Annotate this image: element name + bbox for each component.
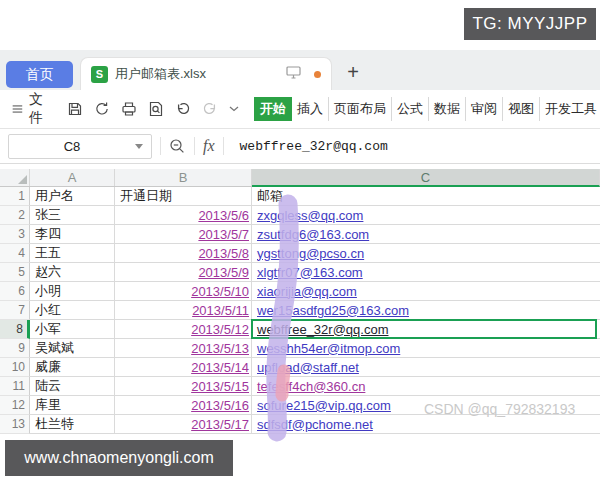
row-number[interactable]: 10: [0, 358, 30, 377]
csdn-watermark: CSDN @qq_792832193: [424, 401, 575, 417]
cell-b10[interactable]: 2013/5/14: [115, 358, 252, 377]
cell-a3[interactable]: 李四: [30, 225, 115, 244]
undo-icon[interactable]: [174, 100, 192, 118]
cell-a13[interactable]: 杜兰特: [30, 415, 115, 434]
divider: [194, 137, 195, 155]
name-box-caret-icon: [135, 144, 143, 149]
row-number[interactable]: 5: [0, 263, 30, 282]
cell-a5[interactable]: 赵六: [30, 263, 115, 282]
toolbar: 文件 开始 插: [0, 90, 600, 129]
fx-icon[interactable]: fx: [203, 137, 215, 155]
cell-c4[interactable]: ygsttong@pcso.cn: [252, 244, 600, 263]
cell-c2[interactable]: zxgqless@qq.com: [252, 206, 600, 225]
quick-access-icons: [66, 100, 240, 118]
row-number[interactable]: 3: [0, 225, 30, 244]
spreadsheet-app-icon: S: [91, 66, 108, 83]
zoom-out-icon[interactable]: [169, 138, 186, 155]
print-preview-icon[interactable]: [147, 100, 165, 118]
cell-b8[interactable]: 2013/5/12: [115, 320, 252, 339]
table-row: 1 用户名 开通日期 邮箱: [0, 187, 600, 206]
cell-a4[interactable]: 王五: [30, 244, 115, 263]
cell-c10[interactable]: upfload@staff.net: [252, 358, 600, 377]
row-number[interactable]: 6: [0, 282, 30, 301]
row-number[interactable]: 13: [0, 415, 30, 434]
cell-c6[interactable]: xiaorijia@qq.com: [252, 282, 600, 301]
wps-spreadsheet-window: 首页 S 用户邮箱表.xlsx + 文件: [0, 50, 600, 445]
cell-b6[interactable]: 2013/5/10: [115, 282, 252, 301]
cell-b4[interactable]: 2013/5/8: [115, 244, 252, 263]
table-row: 10 威廉 2013/5/14 upfload@staff.net: [0, 358, 600, 377]
cell-b5[interactable]: 2013/5/9: [115, 263, 252, 282]
ribbon-tab-dev-tools[interactable]: 开发工具: [539, 97, 600, 121]
select-all-corner[interactable]: [0, 169, 30, 186]
cell-b7[interactable]: 2013/5/11: [115, 301, 252, 320]
cell-a2[interactable]: 张三: [30, 206, 115, 225]
ribbon-tab-page-layout[interactable]: 页面布局: [328, 97, 391, 121]
cell-a1[interactable]: 用户名: [30, 187, 115, 206]
cell-a10[interactable]: 威廉: [30, 358, 115, 377]
cell-a7[interactable]: 小红: [30, 301, 115, 320]
save-icon[interactable]: [66, 100, 84, 118]
table-row: 6 小明 2013/5/10 xiaorijia@qq.com: [0, 282, 600, 301]
ribbon-tab-review[interactable]: 审阅: [465, 97, 502, 121]
row-number[interactable]: 12: [0, 396, 30, 415]
ribbon-tab-insert[interactable]: 插入: [292, 97, 328, 121]
row-number-selected[interactable]: 8: [0, 320, 30, 339]
monitor-icon[interactable]: [286, 65, 301, 83]
data-rows: 1 用户名 开通日期 邮箱 2 张三 2013/5/6 zxgqless@qq.…: [0, 187, 600, 434]
cell-c3[interactable]: zsutfdg6@163.com: [252, 225, 600, 244]
column-headers: A B C: [0, 169, 600, 187]
divider: [223, 137, 224, 155]
ribbon-tab-formulas[interactable]: 公式: [391, 97, 428, 121]
cell-a12[interactable]: 库里: [30, 396, 115, 415]
row-number[interactable]: 4: [0, 244, 30, 263]
row-number[interactable]: 11: [0, 377, 30, 396]
chevron-down-icon[interactable]: [228, 105, 240, 113]
document-title: 用户邮箱表.xlsx: [115, 65, 279, 83]
column-header-c-selected[interactable]: C: [252, 169, 600, 187]
cell-b12[interactable]: 2013/5/16: [115, 396, 252, 415]
document-tab[interactable]: S 用户邮箱表.xlsx: [80, 57, 332, 90]
cell-name-box[interactable]: C8: [8, 134, 152, 159]
cell-c11[interactable]: tefesff4ch@360.cn: [252, 377, 600, 396]
cell-c7[interactable]: wer15asdfgd25@163.com: [252, 301, 600, 320]
formula-input[interactable]: webffree_32r@qq.com: [240, 139, 388, 154]
row-number[interactable]: 9: [0, 339, 30, 358]
cell-b3[interactable]: 2013/5/7: [115, 225, 252, 244]
column-header-a[interactable]: A: [30, 169, 115, 186]
active-cell-reference: C8: [9, 139, 135, 154]
cell-b9[interactable]: 2013/5/13: [115, 339, 252, 358]
ribbon-tab-data[interactable]: 数据: [428, 97, 465, 121]
cell-a9[interactable]: 吴斌斌: [30, 339, 115, 358]
table-row: 13 杜兰特 2013/5/17 sdfsdf@pchome.net: [0, 415, 600, 434]
ribbon-tab-view[interactable]: 视图: [502, 97, 539, 121]
cell-a6[interactable]: 小明: [30, 282, 115, 301]
file-menu[interactable]: 文件: [12, 91, 48, 127]
redo-icon[interactable]: [201, 100, 219, 118]
ribbon-tab-home[interactable]: 开始: [254, 97, 292, 121]
cell-b1[interactable]: 开通日期: [115, 187, 252, 206]
export-icon[interactable]: [93, 100, 111, 118]
cell-b11[interactable]: 2013/5/15: [115, 377, 252, 396]
cell-c8-active[interactable]: webffree_32r@qq.com: [252, 320, 600, 339]
table-row-selected: 8 小军 2013/5/12 webffree_32r@qq.com: [0, 320, 600, 339]
cell-b13[interactable]: 2013/5/17: [115, 415, 252, 434]
table-row: 4 王五 2013/5/8 ygsttong@pcso.cn: [0, 244, 600, 263]
tab-bar: 首页 S 用户邮箱表.xlsx +: [0, 50, 600, 90]
cell-c9[interactable]: wesshh54er@itmop.com: [252, 339, 600, 358]
cell-c1[interactable]: 邮箱: [252, 187, 600, 206]
row-number[interactable]: 1: [0, 187, 30, 206]
corner-triangle-icon: [18, 175, 27, 184]
cell-b2[interactable]: 2013/5/6: [115, 206, 252, 225]
home-tab[interactable]: 首页: [6, 61, 73, 88]
print-icon[interactable]: [120, 100, 138, 118]
cell-c5[interactable]: xlgtfr07@163.com: [252, 263, 600, 282]
row-number[interactable]: 7: [0, 301, 30, 320]
cell-c13[interactable]: sdfsdf@pchome.net: [252, 415, 600, 434]
new-tab-button[interactable]: +: [340, 59, 366, 85]
column-header-b[interactable]: B: [115, 169, 252, 186]
cell-a11[interactable]: 陆云: [30, 377, 115, 396]
row-number[interactable]: 2: [0, 206, 30, 225]
ribbon-menu: 开始 插入 页面布局 公式 数据 审阅 视图 开发工具 会员专享: [254, 97, 600, 121]
cell-a8[interactable]: 小军: [30, 320, 115, 339]
